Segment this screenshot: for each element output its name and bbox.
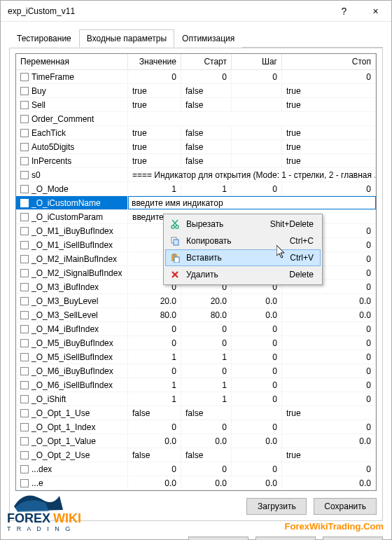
context-menu-item-copy[interactable]: КопироватьCtrl+C — [165, 233, 321, 249]
row-checkbox[interactable] — [20, 143, 29, 151]
row-start-cell[interactable]: 0.0 — [181, 476, 232, 490]
row-checkbox[interactable] — [20, 241, 29, 249]
row-step-cell[interactable]: 0 — [232, 378, 282, 392]
row-name-cell[interactable]: _O_M2_iMainBufIndex — [16, 252, 128, 265]
row-name-cell[interactable]: _O_M1_iBuyBufIndex — [16, 224, 128, 237]
table-row[interactable]: InPercentstruefalsetrue — [16, 154, 376, 168]
row-step-cell[interactable] — [232, 140, 282, 153]
row-stop-cell[interactable]: 0 — [282, 392, 376, 406]
row-checkbox[interactable] — [20, 339, 29, 347]
row-step-cell[interactable]: 0 — [232, 392, 282, 406]
row-stop-cell[interactable]: 0 — [282, 70, 376, 83]
row-value-cell[interactable]: false — [128, 406, 181, 420]
table-row[interactable]: _O_iShift1100 — [16, 392, 376, 406]
row-start-cell[interactable]: 0 — [181, 462, 232, 476]
row-name-cell[interactable]: _O_M3_SellLevel — [16, 308, 128, 321]
row-checkbox[interactable] — [20, 409, 29, 417]
row-start-cell[interactable]: false — [181, 98, 232, 111]
tab-input-params[interactable]: Входные параметры — [79, 29, 174, 48]
table-row[interactable]: _O_M3_BuyLevel20.020.00.00.0 — [16, 294, 376, 308]
row-stop-cell[interactable]: 0 — [282, 182, 376, 195]
row-step-cell[interactable] — [232, 98, 282, 111]
row-name-cell[interactable]: _O_M6_iBuyBufIndex — [16, 364, 128, 378]
table-row[interactable]: _O_Mode1100 — [16, 182, 376, 196]
row-name-cell[interactable]: _O_iCustomName — [16, 196, 128, 209]
row-start-cell[interactable]: 1 — [181, 378, 232, 392]
row-step-cell[interactable]: 0.0 — [232, 434, 282, 448]
row-step-cell[interactable]: 0.0 — [232, 308, 282, 321]
row-stop-cell[interactable]: true — [282, 98, 376, 111]
row-name-cell[interactable]: s0 — [16, 168, 128, 181]
row-value-cell[interactable]: 0 — [128, 364, 181, 378]
row-step-cell[interactable] — [232, 84, 282, 97]
row-stop-cell[interactable]: true — [282, 406, 376, 420]
row-stop-cell[interactable]: 0 — [282, 322, 376, 335]
context-menu-item-paste[interactable]: ВставитьCtrl+V — [165, 249, 321, 266]
row-checkbox[interactable] — [20, 451, 29, 459]
row-name-cell[interactable]: _O_M5_iBuyBufIndex — [16, 336, 128, 349]
row-name-cell[interactable]: _O_M1_iSellBufIndex — [16, 238, 128, 251]
row-checkbox[interactable] — [20, 437, 29, 445]
row-name-cell[interactable]: Order_Comment — [16, 112, 128, 125]
row-name-cell[interactable]: _O_Mode — [16, 182, 128, 195]
row-start-cell[interactable]: 1 — [181, 182, 232, 195]
row-step-cell[interactable]: 0 — [232, 182, 282, 195]
row-checkbox[interactable] — [20, 255, 29, 263]
table-row[interactable]: TimeFrame0000 — [16, 70, 376, 84]
row-name-cell[interactable]: _O_M3_BuyLevel — [16, 294, 128, 307]
table-row[interactable]: _O_Opt_2_Usefalsefalsetrue — [16, 448, 376, 462]
col-variable[interactable]: Переменная — [16, 54, 128, 69]
row-name-cell[interactable]: _O_Opt_1_Index — [16, 420, 128, 434]
row-name-cell[interactable]: Buy — [16, 84, 128, 97]
row-value-cell[interactable]: true — [128, 126, 181, 139]
row-checkbox[interactable] — [20, 311, 29, 319]
row-step-cell[interactable] — [232, 406, 282, 420]
row-checkbox[interactable] — [20, 297, 29, 305]
table-row[interactable]: _O_M6_iBuyBufIndex0000 — [16, 364, 376, 378]
row-value-cell[interactable]: 0 — [128, 336, 181, 349]
col-stop[interactable]: Стоп — [282, 54, 376, 69]
col-step[interactable]: Шаг — [232, 54, 282, 69]
row-name-cell[interactable]: _O_iShift — [16, 392, 128, 406]
row-step-cell[interactable] — [232, 448, 282, 462]
row-value-cell[interactable]: 80.0 — [128, 308, 181, 321]
row-stop-cell[interactable]: true — [282, 84, 376, 97]
row-value-cell[interactable]: 1 — [128, 392, 181, 406]
row-name-cell[interactable]: TimeFrame — [16, 70, 128, 83]
row-value-cell[interactable]: 0 — [128, 322, 181, 335]
row-name-cell[interactable]: _O_M2_iSignalBufIndex — [16, 266, 128, 279]
row-step-cell[interactable]: 0 — [232, 350, 282, 364]
row-value-cell[interactable]: 1 — [128, 350, 181, 364]
row-stop-cell[interactable]: 0.0 — [282, 434, 376, 448]
row-step-cell[interactable]: 0 — [232, 420, 282, 434]
row-checkbox[interactable] — [20, 381, 29, 389]
row-value-cell[interactable]: true — [128, 84, 181, 97]
table-row[interactable]: _O_M5_iBuyBufIndex0000 — [16, 336, 376, 350]
row-value-cell[interactable]: true — [128, 140, 181, 153]
table-row[interactable]: _O_M6_iSellBufIndex1100 — [16, 378, 376, 392]
row-checkbox[interactable] — [20, 87, 29, 95]
row-checkbox[interactable] — [20, 101, 29, 109]
row-checkbox[interactable] — [20, 157, 29, 165]
row-start-cell[interactable]: 0 — [181, 336, 232, 349]
row-value-cell[interactable]: 0.0 — [128, 434, 181, 448]
row-stop-cell[interactable]: 0.0 — [282, 308, 376, 321]
row-stop-cell[interactable]: 0 — [282, 336, 376, 349]
row-start-cell[interactable]: false — [181, 448, 232, 462]
row-name-cell[interactable]: _O_iCustomParam — [16, 210, 128, 223]
row-name-cell[interactable]: _O_Opt_1_Use — [16, 406, 128, 420]
table-row[interactable]: EachTicktruefalsetrue — [16, 126, 376, 140]
row-name-cell[interactable]: _O_M5_iSellBufIndex — [16, 350, 128, 364]
row-value-cell[interactable]: false — [128, 448, 181, 462]
row-checkbox[interactable] — [20, 115, 29, 123]
col-start[interactable]: Старт — [181, 54, 232, 69]
row-checkbox[interactable] — [20, 227, 29, 235]
table-row[interactable]: _O_Opt_1_Index0000 — [16, 420, 376, 434]
table-row[interactable]: Order_Comment — [16, 112, 376, 126]
close-button[interactable]: × — [360, 1, 391, 22]
row-step-cell[interactable]: 0 — [232, 364, 282, 378]
row-checkbox[interactable] — [20, 395, 29, 403]
table-row[interactable]: _O_iCustomNameвведите имя индикатор — [16, 196, 376, 210]
row-start-cell[interactable]: false — [181, 140, 232, 153]
row-stop-cell[interactable]: true — [282, 126, 376, 139]
